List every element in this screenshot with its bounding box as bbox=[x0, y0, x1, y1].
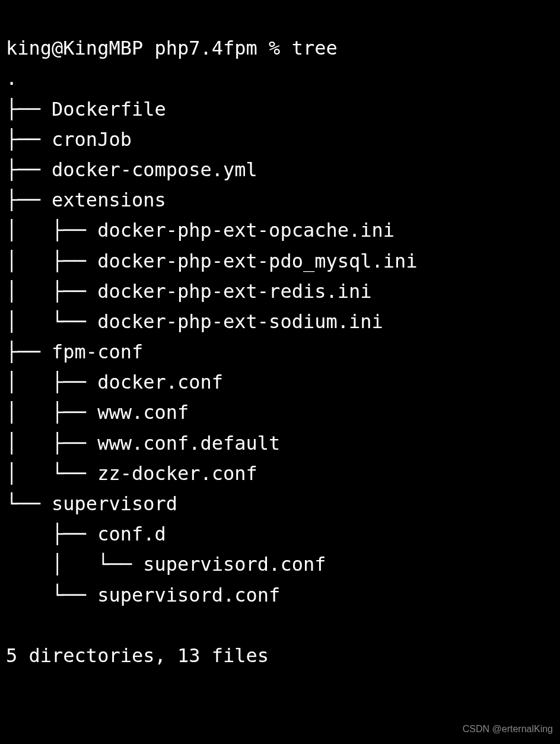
tree-line: │ ├── docker.conf bbox=[6, 371, 223, 393]
tree-line: ├── conf.d bbox=[6, 523, 166, 545]
terminal-output: king@KingMBP php7.4fpm % tree . ├── Dock… bbox=[6, 3, 554, 671]
tree-root: . bbox=[6, 67, 17, 90]
tree-line: └── supervisord.conf bbox=[6, 584, 280, 606]
tree-summary: 5 directories, 13 files bbox=[6, 644, 269, 667]
prompt-user: king bbox=[6, 37, 52, 59]
tree-line: │ ├── www.conf.default bbox=[6, 432, 280, 454]
tree-line: │ └── docker-php-ext-sodium.ini bbox=[6, 310, 383, 333]
prompt-command: tree bbox=[292, 37, 338, 59]
tree-line: └── supervisord bbox=[6, 492, 177, 515]
tree-line: │ ├── docker-php-ext-redis.ini bbox=[6, 280, 372, 303]
tree-line: │ └── zz-docker.conf bbox=[6, 462, 257, 485]
tree-line: │ ├── www.conf bbox=[6, 401, 189, 424]
prompt-line: king@KingMBP php7.4fpm % tree bbox=[6, 37, 338, 59]
prompt-host: KingMBP bbox=[63, 37, 143, 59]
tree-line: ├── fpm-conf bbox=[6, 341, 143, 363]
tree-line: │ └── supervisord.conf bbox=[6, 553, 326, 576]
tree-line: ├── Dockerfile bbox=[6, 98, 166, 120]
tree-line: ├── cronJob bbox=[6, 128, 132, 151]
tree-line: │ ├── docker-php-ext-pdo_mysql.ini bbox=[6, 250, 418, 272]
tree-line: ├── extensions bbox=[6, 189, 166, 211]
prompt-symbol: % bbox=[269, 37, 280, 59]
tree-line: ├── docker-compose.yml bbox=[6, 158, 257, 181]
tree-line: │ ├── docker-php-ext-opcache.ini bbox=[6, 219, 394, 241]
watermark: CSDN @erternalKing bbox=[463, 721, 553, 737]
prompt-cwd: php7.4fpm bbox=[154, 37, 257, 59]
